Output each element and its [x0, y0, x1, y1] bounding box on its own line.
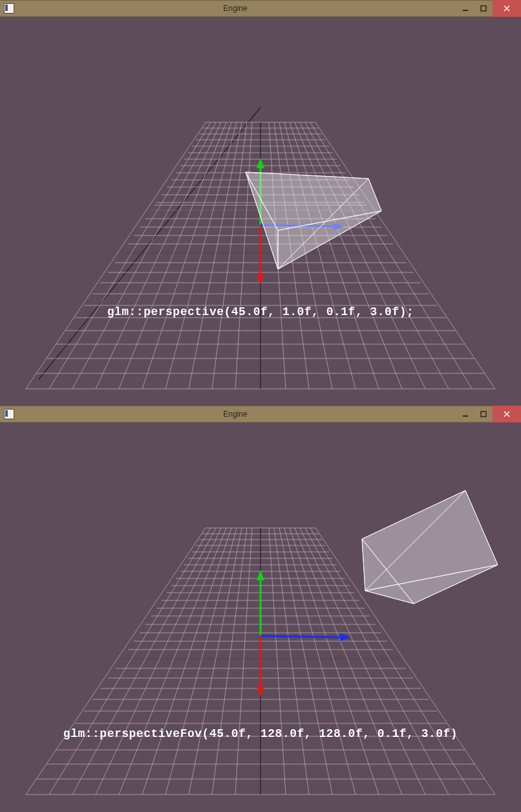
scene-render [0, 422, 521, 811]
svg-line-115 [235, 528, 252, 795]
minimize-icon [462, 411, 469, 417]
camera-frustum [362, 490, 498, 604]
overlay-code: glm::perspective(45.0f, 1.0f, 0.1f, 3.0f… [0, 305, 521, 318]
window-controls [456, 0, 521, 17]
viewport-3d[interactable]: glm::perspectiveFov(45.0f, 128.0f, 128.0… [0, 422, 521, 811]
svg-line-58 [310, 122, 472, 389]
svg-marker-132 [340, 633, 350, 641]
axis-x [260, 633, 350, 641]
overlay-code: glm::perspectiveFov(45.0f, 128.0f, 128.0… [0, 727, 521, 740]
svg-line-59 [315, 122, 495, 389]
maximize-button[interactable] [474, 406, 493, 422]
svg-line-114 [212, 528, 247, 795]
svg-line-39 [26, 122, 206, 389]
svg-line-111 [142, 528, 231, 795]
viewport-3d[interactable]: glm::perspective(45.0f, 1.0f, 0.1f, 3.0f… [0, 17, 521, 406]
svg-line-54 [290, 122, 379, 389]
scene-render [0, 17, 521, 406]
svg-marker-130 [257, 686, 264, 697]
svg-line-43 [119, 122, 226, 389]
close-icon [503, 5, 511, 12]
svg-line-120 [284, 528, 356, 795]
camera-frustum [246, 172, 381, 269]
svg-line-113 [189, 528, 242, 795]
svg-line-131 [260, 636, 343, 637]
window-2: Engine [0, 406, 521, 811]
svg-line-42 [96, 122, 221, 389]
close-button[interactable] [493, 406, 521, 422]
maximize-icon [480, 411, 487, 417]
svg-rect-0 [463, 10, 468, 11]
svg-line-47 [212, 122, 247, 389]
minimize-icon [462, 5, 469, 12]
svg-line-40 [49, 122, 211, 389]
axis-y-neg [257, 225, 264, 285]
maximize-icon [480, 5, 487, 12]
svg-marker-128 [257, 570, 264, 580]
svg-line-110 [119, 528, 226, 795]
titlebar[interactable]: Engine [0, 406, 521, 422]
svg-line-45 [165, 122, 237, 389]
maximize-button[interactable] [474, 0, 493, 17]
svg-line-41 [72, 122, 216, 389]
svg-line-118 [274, 528, 309, 795]
window-title: Engine [14, 4, 456, 13]
titlebar[interactable]: Engine [0, 0, 521, 17]
svg-rect-71 [463, 415, 468, 417]
axis-y-neg [257, 636, 264, 697]
minimize-button[interactable] [456, 0, 474, 17]
svg-rect-72 [481, 411, 486, 417]
minimize-button[interactable] [456, 406, 474, 422]
svg-line-56 [300, 122, 425, 389]
svg-line-106 [26, 528, 206, 795]
app-icon [4, 409, 14, 419]
svg-line-117 [269, 528, 286, 795]
window-title: Engine [14, 410, 456, 419]
window-controls [456, 406, 521, 422]
svg-line-48 [235, 122, 252, 389]
svg-line-119 [279, 528, 332, 795]
svg-line-57 [305, 122, 449, 389]
close-button[interactable] [493, 0, 521, 17]
svg-line-109 [96, 528, 221, 795]
svg-line-108 [72, 528, 216, 795]
svg-line-4 [39, 107, 260, 379]
window-1: Engine [0, 0, 521, 406]
app-icon [4, 3, 14, 14]
svg-rect-1 [481, 6, 486, 11]
close-icon [503, 410, 511, 418]
axis-y [257, 570, 264, 636]
svg-marker-63 [257, 274, 264, 285]
svg-line-55 [295, 122, 402, 389]
svg-line-112 [165, 528, 237, 795]
svg-line-44 [142, 122, 231, 389]
svg-line-107 [49, 528, 211, 795]
